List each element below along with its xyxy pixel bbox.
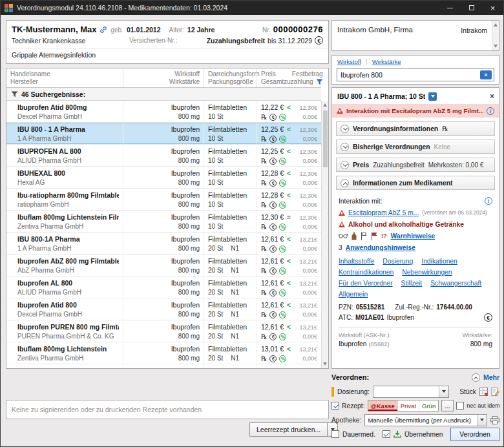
collapse-icon[interactable]	[472, 373, 480, 382]
uebernehmen-checkbox[interactable]	[383, 430, 390, 438]
result-row[interactable]: Ibuprofen AL 800ALIUD Pharma GmbHIbuprof…	[6, 276, 321, 298]
black-flag-icon	[361, 232, 367, 240]
header-wirkstoff[interactable]: Wirkstoff Wirkstärke	[123, 68, 204, 87]
name-cell: IBU 800-1A Pharma1 A Pharma GmbH	[6, 233, 123, 254]
info-icon[interactable]: i	[485, 197, 492, 205]
dosierung-row: Dosierung: Stück	[331, 385, 499, 398]
minimize-button[interactable]	[439, 1, 461, 15]
maximize-button[interactable]	[461, 1, 482, 15]
med-info-link[interactable]: Schwangerschaft	[430, 280, 481, 287]
tab-wirkstoff[interactable]: Wirkstoff	[337, 58, 361, 65]
filter-icon[interactable]	[316, 79, 323, 85]
interaction-drug-link[interactable]: Escitalopram AbZ 5 m...	[348, 209, 419, 216]
chevron-down-icon[interactable]	[341, 125, 349, 133]
result-row[interactable]: Ibuprofen Atid 800Dexcel Pharma GmbHIbup…	[6, 298, 321, 320]
edit-icon[interactable]	[491, 388, 499, 396]
header-darreichungsform[interactable]: Darreichungsform Packungsgröße	[204, 68, 257, 87]
med-info-link[interactable]: Allgemein	[339, 291, 368, 298]
scroll-up-icon[interactable]	[494, 23, 498, 26]
anwendungshinweise-link[interactable]: Anwendungshinweise	[346, 244, 415, 251]
med-info-link[interactable]: Dosierung	[383, 258, 413, 265]
result-row[interactable]: Ibuflam 800mg LichtensteinZentiva Pharma…	[6, 342, 321, 364]
result-row[interactable]: IBUHEXAL 800Hexal AGIbuprofen800 mgFilmt…	[6, 167, 321, 189]
festbetrag: 12,30€	[299, 213, 317, 223]
verordnen-button[interactable]: Verordnen	[450, 428, 499, 441]
result-row[interactable]: Ibuflam 800mg Lichtenstein Filmtabl...Ze…	[6, 211, 321, 233]
chevron-down-icon[interactable]	[477, 415, 487, 426]
scroll-thumb[interactable]	[323, 110, 328, 167]
percent-icon: %	[279, 224, 286, 231]
result-row[interactable]: Ibu-ratiopharm 800mg Filmtablettenratiop…	[6, 189, 321, 211]
med-info-link[interactable]: Nebenwirkungen	[402, 269, 452, 276]
chevron-down-icon[interactable]	[439, 386, 448, 397]
tab-wirkstaerke[interactable]: Wirkstärke	[372, 58, 401, 65]
more-options-button[interactable]: ...	[441, 400, 454, 411]
alcohol-warning-link[interactable]: Alkohol und alkoholhaltige Getränke	[348, 221, 464, 228]
link-icon[interactable]	[100, 26, 107, 34]
scroll-down-icon[interactable]	[323, 362, 327, 366]
privat-button[interactable]: Privat	[397, 400, 419, 411]
package-grid-icon[interactable]	[479, 388, 488, 396]
printer-icon[interactable]	[490, 416, 499, 424]
detail-close-icon[interactable]: ×	[490, 92, 494, 101]
section-informationen[interactable]: Informationen zum Medikament	[336, 176, 495, 190]
detail-dropdown-icon[interactable]	[428, 92, 437, 101]
price-icons-line: ℞€%0,00€	[261, 179, 317, 187]
results-scrollbar[interactable]	[321, 101, 328, 368]
wirkstaerke: 800 mg	[127, 222, 200, 231]
rezept-checkbox[interactable]	[331, 402, 339, 410]
med-info-link[interactable]: Indikationen	[421, 258, 457, 265]
close-button[interactable]: ×	[482, 1, 503, 15]
med-info-link[interactable]: Für den Verordner	[339, 280, 393, 287]
med-info-link[interactable]: Inhaltsstoffe	[339, 258, 374, 265]
company-scrollbar[interactable]	[492, 21, 499, 50]
drug-name: Ibuprofen PUREN 800 mg Filmtablet...	[17, 322, 119, 332]
dosierung-select[interactable]	[373, 386, 449, 398]
search-input[interactable]	[341, 68, 478, 81]
result-row[interactable]: Ibuprofen AbZ 800 mg FilmtablettenAbZ Ph…	[6, 255, 321, 276]
results-header: Handelsname Hersteller Wirkstoff Wirkstä…	[6, 68, 321, 88]
section-bisherige-verordnungen[interactable]: Bisherige Verordnungen Keine	[336, 140, 495, 154]
leerrezept-button-label[interactable]: Leerrezept drucken...	[249, 422, 328, 437]
preis-zuzahlung-value: Zuzahlungsbefreit	[373, 161, 425, 169]
result-row[interactable]: IBUPROFEN AL 800ALIUD Pharma GmbHIbuprof…	[6, 145, 321, 167]
price-compare-icon: <	[287, 169, 291, 178]
pzn-row: PZN: 05515281 Zul.-Reg.-Nr.: 17644.00.00	[339, 304, 492, 311]
scroll-up-icon[interactable]	[323, 103, 327, 107]
result-row[interactable]: Ibuprofen Atid 800mgDexcel Pharma GmbHIb…	[6, 101, 321, 123]
section-verordnungsinformationen[interactable]: Verordnungsinformationen ℞	[336, 121, 495, 136]
chevron-up-icon[interactable]	[341, 179, 349, 187]
rx-icon: ℞	[261, 135, 267, 143]
med-info-link[interactable]: Kontraindikationen	[339, 269, 394, 276]
header-handelsname[interactable]: Handelsname Hersteller	[6, 68, 123, 87]
apply-icon	[394, 430, 401, 438]
chevron-down-icon[interactable]	[341, 161, 349, 169]
result-row[interactable]: IBU 800-1A Pharma1 A Pharma GmbHIbuprofe…	[6, 233, 321, 255]
price-compare-icon: <	[287, 125, 291, 134]
atc-name: Ibuprofen	[387, 314, 414, 321]
apotheke-select[interactable]: Manuelle Übermittlung (per Ausdruck)	[364, 414, 487, 426]
stueck-label: Stück	[459, 388, 476, 395]
result-row[interactable]: Ibuprofen PUREN 800 mg Filmtablet...PURE…	[6, 320, 321, 342]
interaction-warning-banner[interactable]: Interaktion mit Escitalopram AbZ 5 mg Fi…	[332, 104, 499, 118]
price-compare-icon: <	[287, 191, 291, 200]
nec-aut-idem-checkbox[interactable]	[456, 402, 464, 410]
leerrezept-button[interactable]: Leerrezept drucken...	[249, 422, 338, 437]
section-preis[interactable]: Preis Zuzahlungsbefreit Mehrkosten: 0,00…	[336, 158, 495, 172]
header-preis[interactable]: Preis Festbetrag Gesamtzuzahlung	[257, 68, 327, 87]
clear-search-icon[interactable]: ×	[480, 70, 492, 79]
mehr-link[interactable]: Mehr	[483, 373, 499, 381]
med-info-link[interactable]: Stillzeit	[401, 280, 423, 287]
percent-icon: %	[279, 311, 286, 318]
result-row[interactable]: IBUHEXAL 800Hexal AGIbuprofen800 mgFilmt…	[6, 364, 321, 368]
euro-icon[interactable]: €	[484, 313, 492, 322]
result-row[interactable]: IBU 800 - 1 A Pharma1 A Pharma GmbHIbupr…	[6, 123, 321, 145]
kasse-button[interactable]: @Kasse	[368, 400, 397, 411]
chevron-down-icon[interactable]	[341, 143, 349, 151]
gruen-button[interactable]: Grün	[419, 400, 438, 411]
scroll-down-icon[interactable]	[494, 45, 498, 48]
warnhinweise-link[interactable]: Warnhinweise	[391, 233, 436, 240]
festbetrag: 12,30€	[299, 103, 317, 113]
info-icon[interactable]: i	[487, 107, 494, 115]
dauermed-checkbox[interactable]	[331, 430, 339, 438]
